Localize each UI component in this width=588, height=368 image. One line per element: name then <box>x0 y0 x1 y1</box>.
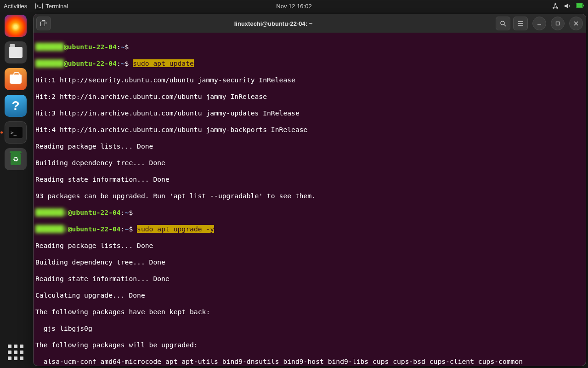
svg-rect-20 <box>556 22 560 25</box>
dock-help[interactable]: ? <box>5 95 27 117</box>
output-line: gjs libgjs0g <box>35 324 586 333</box>
output-line: The following packages will be upgraded: <box>35 341 586 349</box>
prompt-user: ███████ <box>35 43 64 51</box>
output-line: Calculating upgrade... Done <box>35 291 586 299</box>
dock-files[interactable] <box>5 41 27 63</box>
volume-icon[interactable] <box>564 3 571 9</box>
svg-line-15 <box>504 24 506 26</box>
output-line: The following packages have been kept ba… <box>35 308 586 316</box>
hamburger-menu-button[interactable] <box>513 17 528 30</box>
terminal-titlebar: linuxtechi@ubuntu-22-04: ~ <box>34 14 586 33</box>
battery-icon[interactable] <box>576 3 584 9</box>
output-line: Reading state information... Done <box>35 175 586 184</box>
output-line: alsa-ucm-conf amd64-microcode apt apt-ut… <box>35 357 586 366</box>
search-button[interactable] <box>496 17 510 30</box>
close-button[interactable] <box>569 17 583 30</box>
dock-firefox[interactable] <box>5 15 27 37</box>
current-app-name: Terminal <box>45 3 68 10</box>
minimize-button[interactable] <box>532 17 546 30</box>
gnome-top-panel: Activities Terminal Nov 12 16:02 <box>0 0 588 12</box>
show-applications-button[interactable] <box>6 343 25 362</box>
output-line: 93 packages can be upgraded. Run 'apt li… <box>35 192 586 200</box>
panel-clock[interactable]: Nov 12 16:02 <box>276 3 311 10</box>
svg-rect-7 <box>583 5 584 6</box>
output-line: Hit:3 http://in.archive.ubuntu.com/ubunt… <box>35 109 586 117</box>
output-line: Reading package lists... Done <box>35 142 586 150</box>
cmd-upgrade: sudo apt upgrade -y <box>137 225 214 233</box>
terminal-small-icon <box>35 3 43 9</box>
activities-button[interactable]: Activities <box>4 3 27 10</box>
network-icon[interactable] <box>552 3 559 9</box>
output-line: Building dependency tree... Done <box>35 159 586 167</box>
output-line: Hit:2 http://in.archive.ubuntu.com/ubunt… <box>35 92 586 101</box>
output-line: Reading state information... Done <box>35 275 586 283</box>
svg-point-14 <box>501 21 504 25</box>
output-line: Hit:4 http://in.archive.ubuntu.com/ubunt… <box>35 126 586 134</box>
dock-software[interactable] <box>5 68 27 90</box>
output-line: Hit:1 http://security.ubuntu.com/ubuntu … <box>35 76 586 84</box>
svg-rect-8 <box>41 22 45 26</box>
dock-terminal[interactable]: >_ <box>5 121 27 144</box>
maximize-button[interactable] <box>551 17 565 30</box>
new-tab-button[interactable] <box>36 17 51 30</box>
window-title: linuxtechi@ubuntu-22-04: ~ <box>54 20 493 27</box>
svg-rect-0 <box>36 3 43 9</box>
dock-trash[interactable]: ♻ <box>5 148 27 170</box>
output-line: Reading package lists... Done <box>35 242 586 250</box>
svg-rect-6 <box>577 4 582 7</box>
cmd-update: sudo apt update <box>133 59 194 67</box>
terminal-output[interactable]: ███████@ubuntu-22-04:~$ ███████@ubuntu-2… <box>34 33 586 366</box>
prompt-host: @ubuntu-22-04 <box>64 43 117 51</box>
output-line: Building dependency tree... Done <box>35 258 586 266</box>
terminal-window: linuxtechi@ubuntu-22-04: ~ ███████@ubunt… <box>33 14 586 366</box>
ubuntu-dock: ? >_ ♻ <box>0 12 31 368</box>
current-app-indicator[interactable]: Terminal <box>35 3 68 10</box>
